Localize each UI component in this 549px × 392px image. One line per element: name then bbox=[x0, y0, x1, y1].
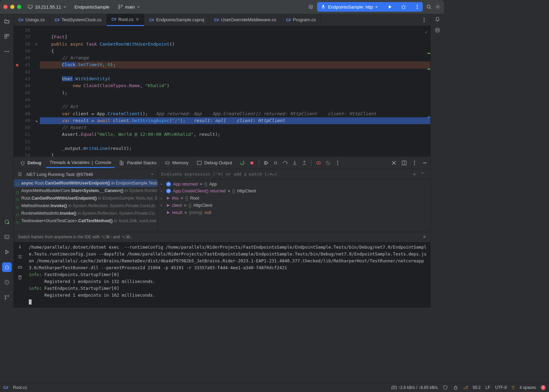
tabs-menu[interactable] bbox=[418, 17, 430, 23]
svg-point-15 bbox=[6, 51, 7, 52]
variable-row[interactable]: ›ⓜApp.CreateClient() returned = {} HttpC… bbox=[158, 188, 430, 194]
more-button[interactable] bbox=[412, 4, 423, 10]
host-icon bbox=[27, 4, 33, 10]
svg-rect-12 bbox=[7, 34, 9, 36]
svg-rect-4 bbox=[323, 5, 324, 7]
editor-tab[interactable]: C#TestSystemClock.cs bbox=[50, 14, 106, 26]
stack-frame[interactable]: ◇TestInvoker<IXunitTestCase>.CallTestMet… bbox=[14, 217, 157, 225]
titlebar: 10.211.55.11 EndpointsSample main Endpoi… bbox=[0, 0, 444, 14]
stop-icon[interactable] bbox=[249, 160, 255, 166]
add-watch-icon[interactable] bbox=[412, 171, 417, 177]
svg-rect-29 bbox=[122, 162, 123, 165]
zoom-window[interactable] bbox=[17, 5, 21, 9]
editor-tab[interactable]: C#Program.cs bbox=[281, 14, 321, 26]
editor-tab[interactable]: C#UserOverrideMiddleware.cs bbox=[209, 14, 281, 26]
close-window[interactable] bbox=[3, 5, 8, 9]
editor-tab[interactable]: C#EndpointsSample.csproj bbox=[144, 14, 209, 26]
debug-button[interactable] bbox=[398, 4, 409, 10]
variable-row[interactable]: ›➤client = {} HttpClient bbox=[158, 202, 430, 209]
debug-tool[interactable] bbox=[2, 262, 12, 272]
svg-rect-11 bbox=[5, 34, 7, 36]
svg-point-44 bbox=[414, 164, 415, 165]
terminal-tool[interactable] bbox=[2, 232, 12, 242]
parallel-stacks-tab[interactable]: Parallel Stacks bbox=[116, 158, 160, 168]
terminal-icon bbox=[4, 234, 10, 240]
project-name[interactable]: EndpointsSample bbox=[72, 3, 112, 11]
minimize-icon[interactable] bbox=[422, 160, 428, 166]
chevron-down-icon[interactable] bbox=[421, 171, 424, 175]
structure-tool[interactable] bbox=[2, 32, 12, 41]
more-tools[interactable] bbox=[2, 47, 12, 56]
thread-icon[interactable] bbox=[17, 171, 23, 177]
code-editor[interactable]: 3637✓383940◉4142434445464748↘49505152535… bbox=[14, 26, 430, 156]
console-output[interactable]: /home/parallels/.dotnet/dotnet exec --ru… bbox=[26, 242, 430, 308]
build-icon[interactable] bbox=[308, 4, 314, 10]
step-into-icon[interactable] bbox=[292, 160, 297, 166]
warning-icon bbox=[4, 280, 10, 285]
run-config-selector[interactable]: EndpointsSample: http bbox=[317, 4, 382, 10]
structure-icon bbox=[4, 34, 10, 39]
chevron-down-icon[interactable] bbox=[151, 173, 154, 176]
vcs-tool[interactable] bbox=[2, 293, 12, 302]
project-tool[interactable] bbox=[2, 16, 12, 26]
variable-row[interactable]: ›ⓜApp returned = {} App bbox=[158, 181, 430, 188]
svg-rect-33 bbox=[274, 161, 275, 165]
dots-icon[interactable] bbox=[412, 160, 417, 166]
variable-row[interactable]: ›➤this = {} Root bbox=[158, 194, 430, 202]
svg-point-19 bbox=[5, 266, 8, 269]
console: /home/parallels/.dotnet/dotnet exec --ru… bbox=[14, 241, 430, 308]
problems-tool[interactable] bbox=[2, 277, 12, 287]
vcs-branch[interactable]: main bbox=[116, 3, 142, 11]
svg-point-16 bbox=[8, 51, 9, 52]
print-icon[interactable] bbox=[17, 264, 23, 270]
hex-icon bbox=[4, 219, 10, 225]
play-icon bbox=[4, 249, 10, 255]
wrap-icon[interactable] bbox=[17, 254, 23, 260]
right-toolbar bbox=[430, 14, 444, 308]
output-icon bbox=[197, 160, 202, 166]
memory-tab[interactable]: Memory bbox=[161, 158, 192, 168]
services-tool[interactable] bbox=[2, 217, 12, 227]
notifications-tool[interactable] bbox=[435, 16, 440, 22]
search-icon[interactable] bbox=[426, 4, 432, 10]
stack-frame[interactable]: ◇Root.CanGetRootWithUserEndpoint() in En… bbox=[14, 194, 157, 202]
dots-icon[interactable] bbox=[335, 160, 340, 166]
scroll-icon[interactable] bbox=[17, 244, 23, 249]
gear-icon[interactable] bbox=[435, 4, 441, 10]
stack-frame[interactable]: ◇RuntimeMethodInfo.Invoke() in System.Re… bbox=[14, 210, 157, 217]
run-button[interactable] bbox=[384, 4, 395, 10]
layout-icon[interactable] bbox=[401, 160, 407, 166]
chevron-down-icon bbox=[137, 5, 140, 9]
svg-point-14 bbox=[4, 51, 5, 52]
close-hint[interactable]: ✕ bbox=[423, 235, 426, 239]
resume-icon[interactable] bbox=[263, 160, 269, 166]
stack-frame[interactable]: ◇AsyncMethodBuilderCore.Start<System.__C… bbox=[14, 187, 157, 194]
variable-row[interactable]: ➤result = {string} null bbox=[158, 209, 430, 216]
stack-frame[interactable]: ◇MethodInvoker.Invoke() in System.Reflec… bbox=[14, 202, 157, 210]
debug-output-tab[interactable]: Debug Output bbox=[193, 158, 235, 168]
threads-variables-tab[interactable]: Threads & Variables | Console bbox=[46, 158, 115, 168]
run-tool[interactable] bbox=[2, 247, 12, 257]
database-tool[interactable] bbox=[435, 27, 440, 33]
thread-selector[interactable]: .NET Long Running Task @57946 bbox=[25, 172, 148, 177]
svg-point-8 bbox=[417, 8, 418, 9]
view-breakpoints-icon[interactable] bbox=[316, 160, 321, 166]
mute-breakpoints-icon[interactable] bbox=[325, 160, 331, 166]
close-icon[interactable] bbox=[391, 160, 397, 166]
debug-panel: Debug Threads & Variables | Console Para… bbox=[14, 156, 430, 308]
svg-rect-30 bbox=[166, 162, 169, 164]
rerun-icon[interactable] bbox=[240, 160, 245, 166]
clear-icon[interactable] bbox=[17, 275, 23, 280]
debug-title[interactable]: Debug bbox=[16, 158, 45, 168]
pause-icon[interactable] bbox=[273, 160, 278, 166]
stack-frame[interactable]: ◇async Root.CanGetRootWithUserEndpoint()… bbox=[14, 179, 157, 187]
evaluate-input[interactable]: Evaluate expression (⌃⌘) or add a watch … bbox=[161, 171, 412, 177]
editor-tab[interactable]: C#Root.cs✕ bbox=[107, 14, 144, 26]
minimize-window[interactable] bbox=[10, 5, 14, 9]
step-over-icon[interactable] bbox=[282, 160, 288, 166]
editor-tab[interactable]: C#Usings.cs bbox=[14, 14, 50, 26]
step-out-icon[interactable] bbox=[302, 160, 307, 166]
svg-point-22 bbox=[5, 298, 6, 299]
error-stripe[interactable] bbox=[426, 26, 430, 156]
host-selector[interactable]: 10.211.55.11 bbox=[25, 3, 68, 11]
